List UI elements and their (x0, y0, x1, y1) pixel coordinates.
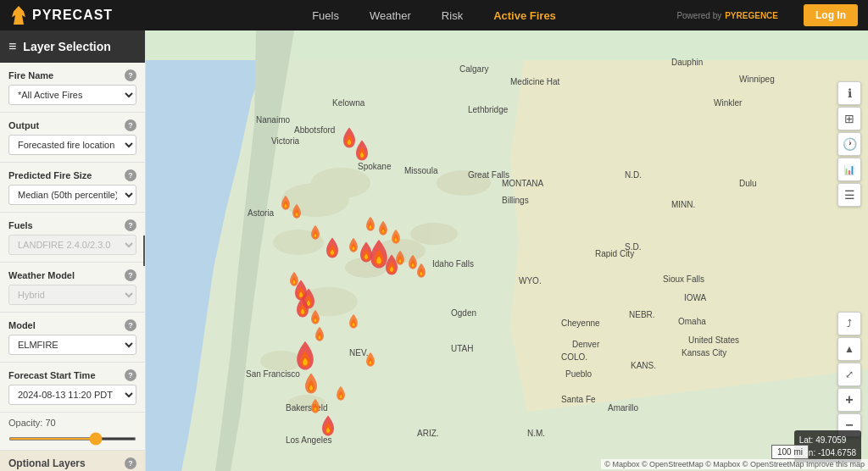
fire-marker[interactable] (353, 141, 371, 167)
fuels-section: Fuels ? LANDFIRE 2.4.0/2.3.0 (0, 213, 145, 263)
predicted-fire-size-section: Predicted Fire Size ? Median (50th perce… (0, 163, 145, 213)
logo-text: PYRECAST (32, 8, 113, 23)
model-section: Model ? ELMFIRE (0, 313, 145, 363)
model-label: Model (8, 320, 36, 330)
forecast-start-time-section: Forecast Start Time ? 2024-08-13 11:20 P… (0, 363, 145, 413)
fire-marker[interactable] (334, 386, 347, 403)
nav-item-risk[interactable]: Risk (426, 0, 478, 30)
output-label: Output (8, 120, 39, 130)
svg-marker-13 (510, 30, 868, 412)
fire-name-help-icon[interactable]: ? (125, 69, 136, 81)
nav-bar: FuelsWeatherRiskActive Fires (297, 0, 571, 30)
map-list-button[interactable]: ☰ (837, 183, 861, 207)
layer-selection-icon: ≡ (8, 39, 16, 54)
map-chart-button[interactable]: 📊 (837, 158, 861, 181)
weather-model-label: Weather Model (8, 270, 75, 280)
forecast-start-time-select[interactable]: 2024-08-13 11:20 PDT (8, 385, 136, 405)
fire-marker[interactable] (323, 238, 342, 264)
map-info-button[interactable]: ℹ (837, 81, 861, 105)
nav-item-weather[interactable]: Weather (354, 0, 426, 30)
fire-marker[interactable] (389, 230, 402, 247)
forecast-start-time-label: Forecast Start Time (8, 370, 96, 380)
login-button[interactable]: Log In (804, 4, 858, 26)
model-select[interactable]: ELMFIRE (8, 335, 136, 355)
map-clock-button[interactable]: 🕐 (837, 132, 861, 156)
svg-point-9 (410, 223, 458, 245)
sidebar-header: ≡ Layer Selection (0, 30, 145, 63)
fuels-select[interactable]: LANDFIRE 2.4.0/2.3.0 (8, 235, 136, 255)
model-help-icon[interactable]: ? (125, 319, 136, 331)
optional-layers-header: Optional Layers ? (0, 451, 145, 471)
map-controls-bottom-right: ⤴ ▲ ⤢ + − (837, 312, 861, 437)
map-north-button[interactable]: ▲ (837, 337, 861, 361)
output-section: Output ? Forecasted fire location (0, 113, 145, 163)
fire-marker[interactable] (393, 251, 406, 268)
forecast-start-time-help-icon[interactable]: ? (125, 369, 136, 381)
fire-marker[interactable] (415, 263, 427, 280)
map-zoom-in-button[interactable]: + (837, 388, 861, 412)
fire-marker[interactable] (376, 221, 389, 238)
output-select[interactable]: Forecasted fire location (8, 135, 136, 155)
opacity-section: Opacity: 70 (0, 413, 145, 451)
scale-label: 100 mi (777, 447, 803, 457)
predicted-fire-size-help-icon[interactable]: ? (125, 169, 136, 181)
map-layers-button[interactable]: ⊞ (837, 107, 861, 130)
fire-name-label: Fire Name (8, 70, 53, 80)
fire-marker[interactable] (309, 225, 321, 242)
weather-model-select[interactable]: Hybrid (8, 285, 136, 305)
map-expand-button[interactable]: ⤢ (837, 363, 861, 386)
fuels-help-icon[interactable]: ? (125, 219, 136, 231)
sidebar: ≡ Layer Selection Fire Name ? *All Activ… (0, 30, 146, 471)
map-background (146, 30, 868, 471)
svg-point-4 (311, 168, 370, 198)
opacity-label: Opacity: 70 (8, 418, 136, 428)
nav-item-active-fires[interactable]: Active Fires (478, 0, 571, 30)
weather-model-section: Weather Model ? Hybrid (0, 263, 145, 313)
fire-marker[interactable] (364, 217, 376, 234)
fire-marker[interactable] (309, 310, 321, 327)
optional-layers-help-icon[interactable]: ? (125, 457, 136, 469)
map-attribution[interactable]: © Mapbox © OpenStreetMap © Mapbox © Open… (601, 459, 868, 469)
map-share-button[interactable]: ⤴ (837, 312, 861, 335)
fire-marker[interactable] (309, 399, 321, 416)
main-content: ≡ Layer Selection Fire Name ? *All Activ… (0, 30, 868, 471)
scale-bar: 100 mi (771, 445, 809, 459)
predicted-fire-size-select[interactable]: Median (50th percentile) (8, 185, 136, 205)
nav-item-fuels[interactable]: Fuels (297, 0, 354, 30)
logo: PYRECAST (10, 6, 113, 25)
fire-name-section: Fire Name ? *All Active Fires (0, 63, 145, 113)
map-container[interactable]: CalgaryKelownaNanaimoAbbotsfordVictoriaS… (146, 30, 868, 471)
logo-flame-icon (10, 6, 27, 25)
fire-marker[interactable] (302, 374, 320, 400)
fire-marker[interactable] (347, 314, 359, 331)
fire-marker[interactable] (319, 416, 337, 442)
fuels-label: Fuels (8, 220, 33, 230)
opacity-slider[interactable] (8, 437, 136, 441)
predicted-fire-size-label: Predicted Fire Size (8, 170, 92, 180)
sidebar-title: Layer Selection (23, 40, 111, 53)
app-header: PYRECAST FuelsWeatherRiskActive Fires Po… (0, 0, 868, 30)
fire-marker[interactable] (364, 352, 376, 369)
output-help-icon[interactable]: ? (125, 119, 136, 131)
powered-by: Powered by PYREGENCE (676, 11, 778, 20)
optional-layers-label: Optional Layers (8, 457, 86, 469)
svg-marker-14 (146, 30, 868, 60)
fire-name-select[interactable]: *All Active Fires (8, 85, 136, 105)
weather-model-help-icon[interactable]: ? (125, 269, 136, 281)
map-controls-right: ℹ ⊞ 🕐 📊 ☰ (837, 81, 861, 207)
svg-point-10 (437, 170, 491, 196)
fire-marker[interactable] (290, 204, 303, 221)
